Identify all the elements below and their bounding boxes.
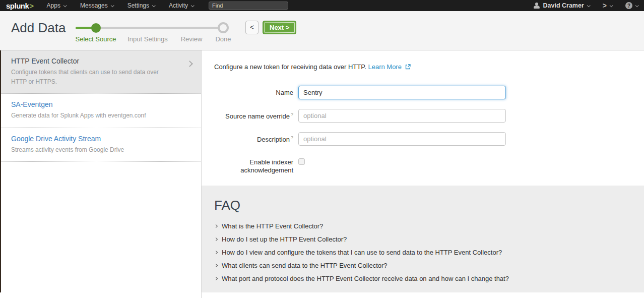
help-tooltip-icon[interactable]: ? (291, 135, 293, 140)
faq-question[interactable]: How do I set up the HTTP Event Collector… (214, 232, 631, 246)
help-tooltip-icon[interactable]: ? (291, 112, 293, 117)
faq-question-text: What clients can send data to the HTTP E… (222, 262, 388, 269)
chevron-right-icon (214, 224, 218, 227)
help-icon[interactable]: ? (625, 2, 632, 9)
nav-activity-label: Activity (169, 2, 188, 9)
source-name-override-label: Source name override? (202, 109, 298, 123)
description-input[interactable] (298, 132, 506, 146)
description-label: Description? (202, 132, 298, 146)
name-label: Name (202, 86, 298, 99)
nav-messages-menu[interactable]: Messages (80, 2, 113, 9)
caret-down-icon (152, 4, 156, 7)
faq-question[interactable]: What clients can send data to the HTTP E… (214, 259, 631, 272)
faq-question[interactable]: What is the HTTP Event Collector? (214, 219, 631, 232)
external-link-icon (405, 64, 411, 70)
splunk-logo-text: splunk (6, 2, 29, 10)
intro-text: Configure a new token for receiving data… (214, 63, 411, 71)
sidebar-item-sa-eventgen[interactable]: SA-Eventgen Generate data for Splunk App… (0, 94, 201, 128)
splunk-logo[interactable]: splunk > (6, 2, 34, 10)
source-name-override-row: Source name override? (202, 109, 506, 123)
faq-question-text: How do I set up the HTTP Event Collector… (222, 235, 347, 243)
faq-question[interactable]: How do I view and configure the tokens t… (214, 246, 631, 259)
sidebar-item-title: HTTP Event Collector (11, 57, 176, 65)
chevron-right-icon (214, 237, 218, 241)
topbar: splunk > Apps Messages Settings Activity… (0, 0, 644, 11)
chevron-right-icon (214, 250, 218, 254)
step-input-settings: Input Settings (127, 35, 168, 43)
sidebar-item-description: Configure tokens that clients can use to… (11, 68, 176, 86)
name-row: Name (202, 86, 506, 99)
nav-settings-label: Settings (127, 2, 149, 9)
chevron-right-icon (214, 263, 218, 267)
splunk-logo-chevron-icon: > (29, 2, 33, 10)
faq-question-text: What port and protocol does the HTTP Eve… (222, 275, 509, 282)
indexer-ack-checkbox[interactable] (298, 158, 305, 165)
chevron-right-icon (214, 276, 218, 280)
sidebar-item-title: Google Drive Activity Stream (11, 135, 176, 143)
learn-more-link[interactable]: Learn More (368, 63, 401, 71)
page-title: Add Data (11, 20, 66, 36)
indexer-ack-label: Enable indexer acknowledgement (202, 155, 298, 175)
find-search-input[interactable] (209, 2, 288, 10)
faq-section: FAQ What is the HTTP Event Collector? Ho… (202, 186, 644, 292)
step-review: Review (181, 35, 203, 43)
faq-question[interactable]: What port and protocol does the HTTP Eve… (214, 272, 631, 285)
caret-down-icon (110, 4, 114, 7)
back-button[interactable]: < (245, 21, 259, 34)
next-button[interactable]: Next > (263, 21, 296, 34)
page-header: Add Data Select Source Input Settings Re… (0, 11, 644, 50)
name-label-text: Name (276, 89, 293, 96)
description-label-text: Description (257, 136, 290, 143)
stepper-done-circle (218, 22, 229, 33)
source-name-override-input[interactable] (298, 109, 506, 123)
nav-activity-menu[interactable]: Activity (169, 2, 194, 9)
main-panel: Configure a new token for receiving data… (202, 50, 644, 298)
intro-sentence: Configure a new token for receiving data… (214, 63, 366, 71)
source-sidebar: HTTP Event Collector Configure tokens th… (0, 50, 202, 298)
sidebar-item-description: Generate data for Splunk Apps with event… (11, 111, 176, 121)
caret-down-icon (587, 4, 590, 7)
step-done: Done (215, 35, 231, 43)
user-menu-label[interactable]: David Cramer (543, 2, 584, 9)
faq-question-text: How do I view and configure the tokens t… (222, 249, 502, 256)
nav-messages-label: Messages (80, 2, 108, 9)
left-edge-strip (0, 50, 1, 292)
token-form: Configure a new token for receiving data… (202, 50, 644, 186)
faq-question-text: What is the HTTP Event Collector? (222, 222, 323, 230)
name-input[interactable] (298, 86, 506, 99)
caret-down-icon (635, 4, 639, 7)
caret-down-icon (610, 4, 613, 7)
nav-apps-label: Apps (47, 2, 60, 9)
nav-settings-menu[interactable]: Settings (127, 2, 155, 9)
chevron-right-icon (186, 61, 193, 67)
sidebar-item-google-drive[interactable]: Google Drive Activity Stream Streams act… (0, 128, 201, 162)
source-name-override-label-text: Source name override (225, 112, 290, 120)
step-select-source: Select Source (76, 35, 116, 43)
topbar-nav: Apps Messages Settings Activity (47, 2, 208, 9)
faq-title: FAQ (214, 198, 631, 213)
indexer-ack-row: Enable indexer acknowledgement (202, 155, 506, 175)
topbar-right: David Cramer > ? (534, 2, 638, 10)
stepper-current-dot (91, 23, 101, 33)
description-row: Description? (202, 132, 506, 146)
nav-apps-menu[interactable]: Apps (47, 2, 66, 9)
form-rows: Name Source name override? Description? … (202, 86, 506, 185)
content-area: HTTP Event Collector Configure tokens th… (0, 50, 644, 298)
caret-down-icon (63, 4, 67, 7)
user-icon (534, 3, 540, 9)
splunk-bar-chevron-icon[interactable]: > (603, 2, 607, 10)
sidebar-item-title: SA-Eventgen (11, 100, 176, 108)
caret-down-icon (191, 4, 195, 7)
sidebar-item-http-event-collector[interactable]: HTTP Event Collector Configure tokens th… (0, 50, 201, 94)
sidebar-item-description: Streams activity events from Google Driv… (11, 145, 176, 155)
